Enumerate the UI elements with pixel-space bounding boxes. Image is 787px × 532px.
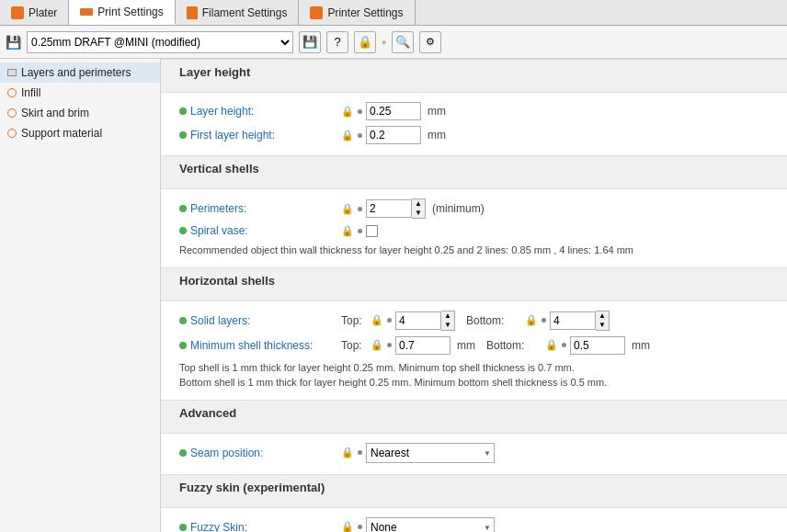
fuzzy-dropdown-wrap: None Outside walls All walls [366,517,495,533]
perimeters-label: Perimeters: [190,202,337,215]
solid-bottom-lock[interactable]: 🔒 [525,314,538,326]
layer-height-header: Layer height [161,59,787,93]
toolbar: 💾 0.25mm DRAFT @MINI (modified) 💾 ? 🔒 ● … [0,26,787,59]
seam-dropdown[interactable]: Nearest Aligned Rear Random [366,443,495,463]
solid-top-label: Top: [341,314,367,327]
min-shell-label: Minimum shell thickness: [190,339,337,352]
min-bottom-unit: mm [632,339,650,352]
perimeters-dot [358,207,362,211]
perimeters-input[interactable] [366,199,412,218]
sidebar: Layers and perimeters Infill Skirt and b… [0,59,161,532]
skirt-icon [7,108,17,118]
advanced-header: Advanced [161,400,787,434]
tab-printer-settings[interactable]: Printer Settings [299,0,415,25]
perimeters-up[interactable]: ▲ [412,199,425,209]
vertical-shells-header: Vertical shells [161,155,787,189]
extra-settings-button[interactable]: ⚙ [419,31,441,53]
fuzzy-skin-row: Fuzzy Skin: 🔒 None Outside walls All wal… [179,517,769,533]
min-top-input[interactable] [395,336,451,355]
solid-top-lock[interactable]: 🔒 [371,314,383,326]
tab-filament-settings[interactable]: Filament Settings [176,0,300,25]
solid-top-down[interactable]: ▼ [441,321,454,330]
fuzzy-label: Fuzzy Skin: [190,521,337,533]
first-layer-status-dot [179,131,187,139]
solid-top-input[interactable] [395,311,441,330]
tab-bar: Plater Print Settings Filament Settings … [0,0,787,26]
tab-plater-label: Plater [29,6,57,19]
layer-height-dot [358,109,362,114]
layer-height-input[interactable] [366,102,421,120]
layer-height-status-dot [179,108,187,115]
horizontal-shells-section: Solid layers: Top: 🔒 ▲ ▼ Bottom: 🔒 [161,301,787,400]
tab-filament-settings-label: Filament Settings [202,6,288,19]
min-bottom-label: Bottom: [486,339,542,352]
solid-top-spin: ▲ ▼ [395,311,455,331]
min-shell-row: Minimum shell thickness: Top: 🔒 mm Botto… [179,336,769,355]
layer-height-unit: mm [428,105,446,118]
perimeters-suffix: (minimum) [432,202,485,215]
perimeters-spin: ▲ ▼ [366,198,426,219]
print-settings-icon [80,8,93,16]
first-layer-dot [358,133,362,138]
perimeters-down[interactable]: ▼ [412,209,425,218]
seam-dot [358,450,362,455]
sidebar-item-layers[interactable]: Layers and perimeters [0,62,160,83]
content-area: Layer height Layer height: 🔒 mm First la… [161,59,787,532]
fuzzy-skin-section: Fuzzy Skin: 🔒 None Outside walls All wal… [161,508,787,533]
layer-height-lock[interactable]: 🔒 [341,106,354,118]
min-top-unit: mm [457,339,475,352]
fuzzy-skin-title: Fuzzy skin (experimental) [179,481,769,494]
min-bottom-lock[interactable]: 🔒 [545,339,558,351]
fuzzy-dot [358,525,362,529]
sidebar-item-support[interactable]: Support material [0,123,160,143]
min-top-lock[interactable]: 🔒 [371,339,383,351]
lock-button[interactable]: 🔒 [354,31,376,53]
tab-plater[interactable]: Plater [0,0,69,25]
sidebar-item-skirt[interactable]: Skirt and brim [0,103,160,123]
horizontal-shells-title: Horizontal shells [179,274,769,288]
infill-icon [7,88,17,97]
spiral-lock[interactable]: 🔒 [341,225,354,237]
solid-bottom-spin: ▲ ▼ [550,311,610,331]
seam-lock[interactable]: 🔒 [341,447,354,458]
layer-height-section: Layer height: 🔒 mm First layer height: 🔒… [161,93,787,155]
vertical-shells-title: Vertical shells [179,162,769,175]
advanced-title: Advanced [179,406,769,420]
fuzzy-lock[interactable]: 🔒 [341,521,354,532]
save-button[interactable]: 💾 [299,31,321,53]
sidebar-item-infill[interactable]: Infill [0,83,160,103]
help-button[interactable]: ? [326,31,348,53]
layer-height-label: Layer height: [190,105,337,118]
solid-top-up[interactable]: ▲ [441,311,454,321]
vertical-shells-info: Recommended object thin wall thickness f… [179,243,769,258]
seam-label: Seam position: [190,447,337,459]
tab-print-settings[interactable]: Print Settings [69,0,175,25]
solid-bottom-input[interactable] [550,311,596,330]
tab-print-settings-label: Print Settings [97,6,163,18]
spiral-checkbox[interactable] [366,225,378,237]
fuzzy-status-dot [179,524,187,531]
search-button[interactable]: 🔍 [392,31,414,53]
perimeters-spinners: ▲ ▼ [412,198,426,219]
first-layer-height-row: First layer height: 🔒 mm [179,126,769,144]
preset-select[interactable]: 0.25mm DRAFT @MINI (modified) [27,31,293,53]
solid-bottom-up[interactable]: ▲ [596,311,609,321]
layer-height-row: Layer height: 🔒 mm [179,102,769,120]
horizontal-shells-header: Horizontal shells [161,267,787,301]
first-layer-input[interactable] [366,126,421,144]
layer-height-title: Layer height [179,65,769,79]
perimeters-lock[interactable]: 🔒 [341,203,354,215]
solid-layers-status-dot [179,317,187,324]
min-top-dot [387,343,392,347]
min-bottom-input[interactable] [570,336,625,355]
solid-top-dot [387,318,392,323]
min-bottom-dot [562,343,566,347]
seam-position-row: Seam position: 🔒 Nearest Aligned Rear Ra… [179,443,769,463]
first-layer-lock[interactable]: 🔒 [341,130,354,141]
min-top-label: Top: [341,339,367,352]
sidebar-item-support-label: Support material [21,127,102,140]
fuzzy-dropdown[interactable]: None Outside walls All walls [366,517,495,533]
solid-layers-label: Solid layers: [190,314,337,327]
first-layer-label: First layer height: [190,129,337,141]
solid-bottom-down[interactable]: ▼ [596,321,609,330]
